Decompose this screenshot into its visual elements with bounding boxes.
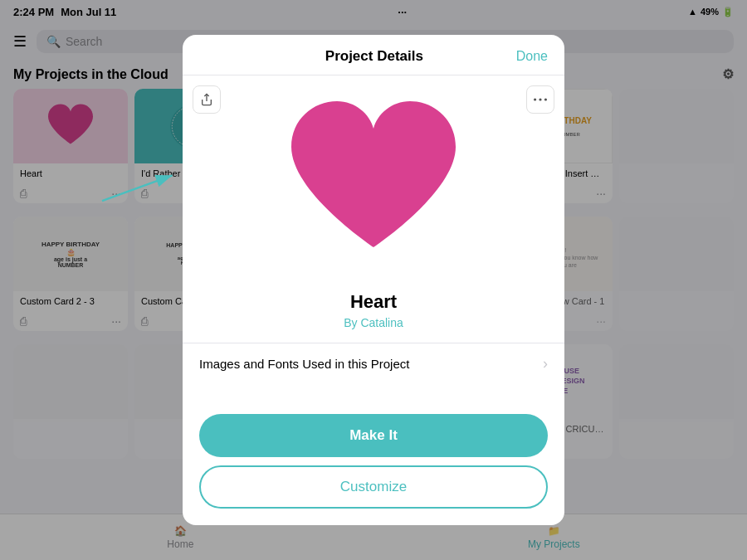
arrow-indicator <box>87 150 195 223</box>
modal-share-icon[interactable] <box>193 85 221 114</box>
modal-spacer <box>183 384 564 401</box>
modal-title: Project Details <box>232 48 516 65</box>
modal-more-icon[interactable] <box>526 85 554 114</box>
make-it-button[interactable]: Make It <box>199 414 548 457</box>
customize-button[interactable]: Customize <box>199 465 548 509</box>
modal-heart-image <box>282 100 465 266</box>
modal-buttons-area: Make It Customize <box>183 401 564 525</box>
modal-overlay: Project Details Done <box>0 0 747 560</box>
svg-point-8 <box>539 98 541 100</box>
modal-author-line: By Catalina <box>183 316 564 343</box>
modal-images-label: Images and Fonts Used in this Project <box>199 357 409 371</box>
svg-line-5 <box>102 175 173 201</box>
modal-header: Project Details Done <box>183 35 564 75</box>
modal-done-button[interactable]: Done <box>516 49 548 64</box>
chevron-right-icon: › <box>543 355 548 373</box>
svg-point-7 <box>534 98 536 100</box>
modal-images-fonts-row[interactable]: Images and Fonts Used in this Project › <box>183 343 564 384</box>
project-details-modal: Project Details Done <box>183 35 564 525</box>
modal-image-area <box>183 75 564 291</box>
modal-project-name: Heart <box>183 291 564 316</box>
svg-point-9 <box>544 98 547 100</box>
modal-author: Catalina <box>360 316 403 329</box>
